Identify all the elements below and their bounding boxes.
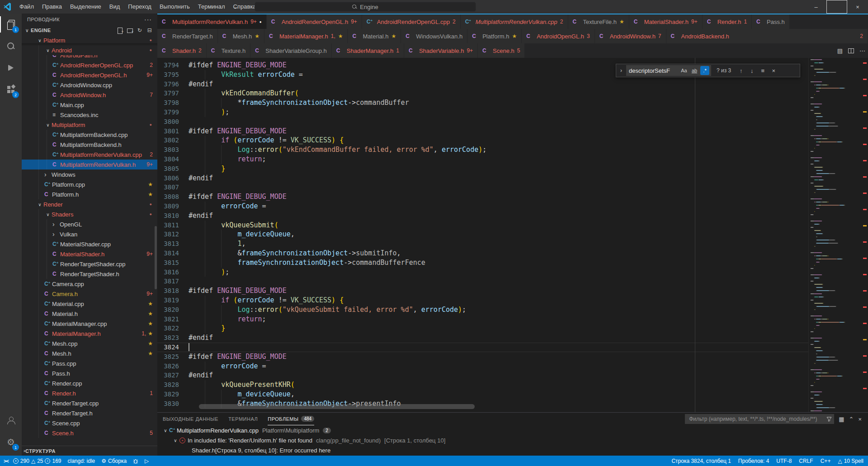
code-line-3817[interactable]: 3817 <box>157 277 808 286</box>
code-line-3818[interactable]: 3818#ifdef ENGINE_DEBUG_MODE <box>157 286 808 296</box>
find-in-selection-icon[interactable]: ≡ <box>758 67 767 74</box>
run-button[interactable]: ▷ <box>145 458 149 464</box>
debug-button[interactable] <box>133 458 138 464</box>
tree-file-AndroidPath.h[interactable]: CAndroidPath.h <box>22 55 157 60</box>
tree-file-AndroidRenderOpenGL.h[interactable]: CAndroidRenderOpenGL.h9+ <box>22 70 157 80</box>
code-line-3824[interactable]: 3824 <box>157 343 808 352</box>
regex-toggle[interactable]: .* <box>700 66 709 75</box>
code-line-3822[interactable]: 3822 } <box>157 324 808 333</box>
previous-match-icon[interactable]: ↑ <box>736 67 745 74</box>
outline-section-header[interactable]: › СТРУКТУРА <box>22 446 157 456</box>
code-line-3827[interactable]: 3827#endif <box>157 371 808 380</box>
editor-tab-ShaderVariableGroup.h[interactable]: CShaderVariableGroup.h <box>250 43 332 58</box>
collapse-all-icon[interactable]: ⊟ <box>146 27 153 33</box>
match-case-toggle[interactable]: Aa <box>679 66 689 75</box>
code-line-3828[interactable]: 3828 vkQueuePresentKHR( <box>157 380 808 390</box>
close-find-icon[interactable]: × <box>769 67 778 74</box>
menubar-item[interactable]: Выполнить <box>156 0 194 14</box>
panel-tab-ТЕРМИНАЛ[interactable]: ТЕРМИНАЛ <box>228 413 258 425</box>
code-line-3819[interactable]: 3819 if (errorCode != VK_SUCCESS) { <box>157 296 808 305</box>
editor-tab-AndroidRenderOpenGL.h[interactable]: CAndroidRenderOpenGL.h9+ <box>267 14 362 29</box>
tree-file-Camera.h[interactable]: CCamera.h9+ <box>22 289 157 299</box>
activity-extensions-button[interactable]: 2 <box>0 79 22 100</box>
editor-tab-Platform.h[interactable]: CPlatform.h★ <box>467 29 522 43</box>
activity-run-debug-button[interactable] <box>0 57 22 79</box>
code-editor[interactable]: 3794#ifdef ENGINE_DEBUG_MODE3795 VkResul… <box>157 58 808 412</box>
code-line-3802[interactable]: 3802 if (errorCode != VK_SUCCESS) { <box>157 136 808 145</box>
tree-section-engine[interactable]: ∨ENGINE↻⊟ <box>22 25 157 35</box>
code-line-3798[interactable]: 3798 *frameSynchronizationObject->comman… <box>157 98 808 108</box>
tree-file-RenderTargetShader.cpp[interactable]: C+RenderTargetShader.cpp <box>22 259 157 269</box>
editor-tab-MaterialShader.h[interactable]: CMaterialShader.h9+ <box>629 14 703 29</box>
panel-views-icon[interactable]: ▦ <box>839 416 844 423</box>
status-item[interactable]: C++ <box>821 458 831 464</box>
tree-file-AndroidRenderOpenGL.cpp[interactable]: C+AndroidRenderOpenGL.cpp2 <box>22 60 157 70</box>
code-line-3797[interactable]: 3797 vkEndCommandBuffer( <box>157 89 808 98</box>
tree-file-Scene.h[interactable]: CScene.h5 <box>22 428 157 438</box>
maximize-button[interactable] <box>826 0 847 14</box>
status-item[interactable]: CRLF <box>799 458 813 464</box>
menubar-item[interactable]: Терминал <box>194 0 229 14</box>
editor-tab-MultiplatformRenderVulkan.h[interactable]: CMultiplatformRenderVulkan.h9+● <box>157 14 267 29</box>
tree-file-MultiplatformBackend.h[interactable]: CMultiplatformBackend.h <box>22 140 157 150</box>
tree-file-Pass.cpp[interactable]: C+Pass.cpp <box>22 358 157 368</box>
code-line-3810[interactable]: 3810#endif <box>157 211 808 221</box>
build-target-button[interactable]: ⚙ Сборка <box>101 458 127 464</box>
tree-file-Render.cpp[interactable]: C+Render.cpp <box>22 378 157 388</box>
find-input[interactable]: descriptorSetsF Aa ab .* <box>626 65 711 76</box>
tree-file-Main.cpp[interactable]: C+Main.cpp <box>22 100 157 110</box>
menubar-item[interactable]: Вид <box>105 0 124 14</box>
code-line-3811[interactable]: 3811 vkQueueSubmit( <box>157 221 808 230</box>
tree-file-MaterialManager.cpp[interactable]: C+MaterialManager.cpp★ <box>22 319 157 329</box>
editor-tab-AndroidRenderOpenGL.cpp[interactable]: C+AndroidRenderOpenGL.cpp2 <box>362 14 461 29</box>
new-file-icon[interactable] <box>117 27 123 33</box>
code-line-3805[interactable]: 3805 } <box>157 164 808 174</box>
tree-file-Scene.cpp[interactable]: C+Scene.cpp <box>22 418 157 428</box>
status-item[interactable]: Пробелов: 4 <box>738 458 769 464</box>
code-line-3806[interactable]: 3806#endif <box>157 174 808 183</box>
tree-file-Camera.cpp[interactable]: C+Camera.cpp <box>22 279 157 289</box>
code-line-3804[interactable]: 3804 return; <box>157 155 808 164</box>
tree-file-Mesh.h[interactable]: CMesh.h★ <box>22 348 157 358</box>
remote-indicator[interactable]: >< <box>4 458 9 464</box>
tree-folder-Android[interactable]: ∨Android● <box>22 45 157 55</box>
problems-filter-input[interactable] <box>685 414 834 424</box>
clangd-status[interactable]: clangd: idle <box>68 458 95 464</box>
toggle-replace-icon[interactable]: › <box>618 67 624 74</box>
tree-folder-Multiplatform[interactable]: ∨Multiplatform● <box>22 120 157 130</box>
editor-tab-RenderTarget.h[interactable]: CRenderTarget.h <box>157 29 218 43</box>
menubar-item[interactable]: Переход <box>124 0 156 14</box>
tree-file-Pass.h[interactable]: CPass.h <box>22 368 157 378</box>
code-line-3814[interactable]: 3814 &frameSynchronizationObject->submit… <box>157 249 808 258</box>
tree-folder-Windows[interactable]: ›Windows <box>22 169 157 179</box>
horizontal-scrollbar[interactable] <box>199 404 475 409</box>
panel-close-icon[interactable]: × <box>858 416 862 423</box>
command-center-search[interactable]: Engine <box>255 2 476 12</box>
tree-file-AndroidWindow.h[interactable]: CAndroidWindow.h7 <box>22 90 157 100</box>
split-editor-icon[interactable] <box>848 48 854 53</box>
menubar-item[interactable]: Файл <box>15 0 38 14</box>
accounts-button[interactable] <box>0 410 22 431</box>
code-line-3816[interactable]: 3816 ); <box>157 268 808 277</box>
toggle-layout-icon[interactable]: ▤ <box>837 47 843 54</box>
code-line-3809[interactable]: 3809 errorCode = <box>157 202 808 211</box>
status-item[interactable]: UTF-8 <box>776 458 792 464</box>
minimize-button[interactable]: – <box>806 0 826 14</box>
code-line-3799[interactable]: 3799 ); <box>157 108 808 117</box>
code-line-3801[interactable]: 3801#ifdef ENGINE_DEBUG_MODE <box>157 127 808 136</box>
tree-file-MultiplatformRenderVulkan.cpp[interactable]: C+MultiplatformRenderVulkan.cpp2 <box>22 150 157 160</box>
nav-forward-icon[interactable]: → <box>244 4 250 10</box>
editor-tab-WindowsVulkan.h[interactable]: CWindowsVulkan.h <box>401 29 467 43</box>
editor-tab-Pass.h[interactable]: CPass.h <box>752 14 790 29</box>
editor-tab-Mesh.h[interactable]: CMesh.h★ <box>218 29 264 43</box>
tree-file-Mesh.cpp[interactable]: C+Mesh.cpp★ <box>22 339 157 348</box>
editor-tab-Texture.h[interactable]: CTexture.h <box>207 43 250 58</box>
code-line-3826[interactable]: 3826 errorCode = <box>157 362 808 371</box>
tree-file-AndroidWindow.cpp[interactable]: C+AndroidWindow.cpp <box>22 80 157 90</box>
problem-row[interactable]: Shader.h[Строка 9, столбец 10]: Error oc… <box>157 445 868 455</box>
code-line-3796[interactable]: 3796#endif <box>157 80 808 89</box>
sidebar-scrollbar[interactable] <box>155 226 157 289</box>
next-match-icon[interactable]: ↓ <box>747 67 756 74</box>
code-line-3813[interactable]: 3813 1, <box>157 239 808 249</box>
panel-tab-ВЫХОДНЫЕ ДАННЫЕ[interactable]: ВЫХОДНЫЕ ДАННЫЕ <box>163 413 218 425</box>
